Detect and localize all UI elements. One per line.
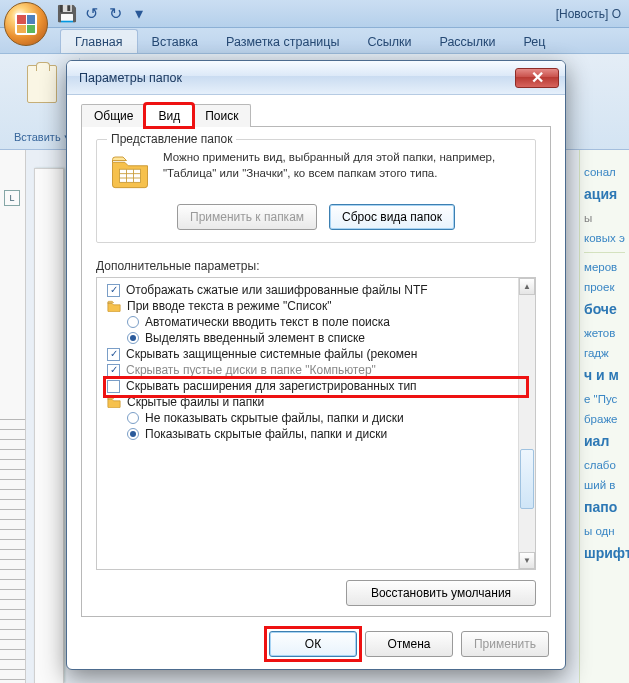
dialog-title: Параметры папок [79,71,182,85]
close-icon: ✕ [531,68,544,87]
checkbox[interactable] [107,380,120,393]
advanced-setting-row[interactable]: Скрывать пустые диски в папке "Компьютер… [97,362,535,378]
tab-search[interactable]: Поиск [192,104,251,127]
setting-label: Скрывать защищенные системные файлы (рек… [126,347,417,361]
folder-icon [107,396,121,408]
radio[interactable] [127,332,139,344]
scroll-up-button[interactable]: ▲ [519,278,535,295]
svg-rect-0 [120,169,141,182]
cancel-button[interactable]: Отмена [365,631,453,657]
checkbox[interactable] [107,348,120,361]
folder-views-icon [109,150,151,192]
setting-label: Выделять введенный элемент в списке [145,331,365,345]
advanced-setting-row[interactable]: Автоматически вводить текст в поле поиск… [97,314,535,330]
setting-label: Не показывать скрытые файлы, папки и дис… [145,411,404,425]
checkbox[interactable] [107,284,120,297]
tab-general[interactable]: Общие [81,104,146,127]
setting-label: Показывать скрытые файлы, папки и диски [145,427,387,441]
advanced-setting-row[interactable]: Скрывать расширения для зарегистрированн… [97,378,535,394]
dialog-body: Общие Вид Поиск Представление папок Можн… [67,95,565,669]
dialog-tabs: Общие Вид Поиск [81,103,551,127]
advanced-setting-row[interactable]: Показывать скрытые файлы, папки и диски [97,426,535,442]
scroll-thumb[interactable] [520,449,534,509]
setting-label: Скрытые файлы и папки [127,395,264,409]
folder-views-legend: Представление папок [107,132,236,146]
ok-button[interactable]: ОК [269,631,357,657]
setting-label: Скрывать пустые диски в папке "Компьютер… [126,363,376,377]
office-button[interactable] [4,2,48,46]
scroll-down-button[interactable]: ▼ [519,552,535,569]
folder-icon [107,300,121,312]
advanced-setting-row[interactable]: Не показывать скрытые файлы, папки и дис… [97,410,535,426]
radio[interactable] [127,316,139,328]
scroll-track[interactable] [519,295,535,552]
restore-defaults-button[interactable]: Восстановить умолчания [346,580,536,606]
folder-views-description: Можно применить вид, выбранный для этой … [163,150,523,192]
advanced-settings-listbox[interactable]: Отображать сжатые или зашифрованные файл… [96,277,536,570]
folder-views-group: Представление папок Можно применить вид,… [96,139,536,243]
tab-view[interactable]: Вид [145,104,193,127]
listbox-scrollbar[interactable]: ▲ ▼ [518,278,535,569]
setting-label: Автоматически вводить текст в поле поиск… [145,315,390,329]
folder-options-dialog: Параметры папок ✕ Общие Вид Поиск Предст… [66,60,566,670]
advanced-setting-row[interactable]: Отображать сжатые или зашифрованные файл… [97,282,535,298]
close-button[interactable]: ✕ [515,68,559,88]
setting-label: Скрывать расширения для зарегистрированн… [126,379,417,393]
reset-folders-button[interactable]: Сброс вида папок [329,204,455,230]
checkbox[interactable] [107,364,120,377]
dialog-footer: ОК Отмена Применить [81,631,551,657]
radio[interactable] [127,412,139,424]
setting-label: При вводе текста в режиме "Список" [127,299,332,313]
tab-panel-view: Представление папок Можно применить вид,… [81,127,551,617]
advanced-settings-label: Дополнительные параметры: [96,259,536,273]
radio[interactable] [127,428,139,440]
advanced-setting-row[interactable]: Скрытые файлы и папки [97,394,535,410]
setting-label: Отображать сжатые или зашифрованные файл… [126,283,428,297]
advanced-setting-row[interactable]: Скрывать защищенные системные файлы (рек… [97,346,535,362]
advanced-setting-row[interactable]: Выделять введенный элемент в списке [97,330,535,346]
advanced-setting-row[interactable]: При вводе текста в режиме "Список" [97,298,535,314]
apply-button: Применить [461,631,549,657]
dialog-title-bar: Параметры папок ✕ [67,61,565,95]
apply-to-folders-button: Применить к папкам [177,204,317,230]
